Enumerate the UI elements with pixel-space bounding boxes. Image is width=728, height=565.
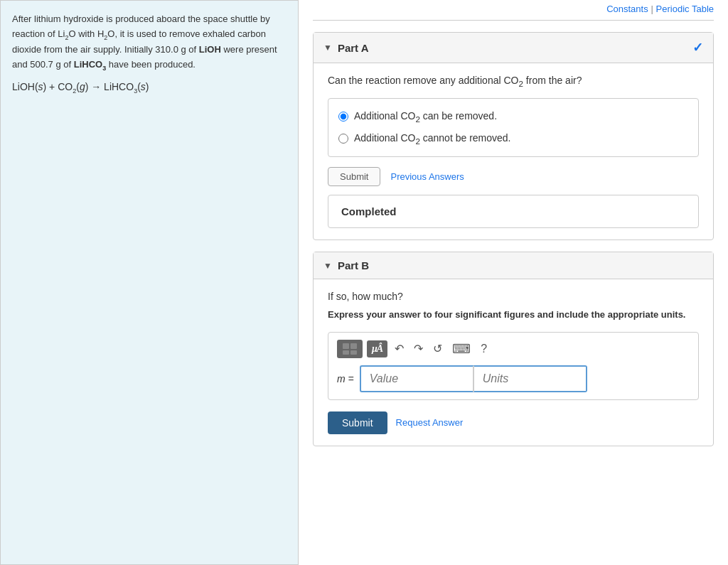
part-b-chevron: ▼ [323,261,332,271]
part-a-body: Can the reaction remove any additional C… [314,63,713,240]
refresh-button[interactable]: ↺ [430,340,445,357]
part-b-instruction: Express your answer to four significant … [328,308,699,322]
option2-label: Additional CO2 cannot be removed. [354,132,511,146]
svg-rect-2 [343,350,349,355]
separator: | [651,4,656,14]
svg-rect-1 [350,343,357,349]
part-a-action-row: Submit Previous Answers [328,167,699,186]
request-answer-link[interactable]: Request Answer [396,417,464,428]
part-a-submit-button[interactable]: Submit [328,167,380,186]
option-row-1: Additional CO2 can be removed. [338,106,688,128]
part-a-checkmark: ✓ [692,40,703,55]
right-panel: Constants | Periodic Table ▼ Part A ✓ Ca… [299,0,728,565]
part-a-header[interactable]: ▼ Part A ✓ [314,33,713,63]
part-b-question: If so, how much? [328,291,699,302]
keyboard-button[interactable]: ⌨ [449,340,473,358]
constants-link[interactable]: Constants [606,4,648,14]
svg-rect-0 [343,343,349,349]
part-b-action-row: Submit Request Answer [328,411,699,434]
math-toolbar: μÂ ↶ ↷ ↺ ⌨ ? [337,340,690,358]
periodic-table-link[interactable]: Periodic Table [656,4,714,14]
math-input-container: μÂ ↶ ↷ ↺ ⌨ ? m = [328,332,699,400]
value-input[interactable] [360,365,473,392]
part-a-prev-answers-link[interactable]: Previous Answers [390,171,464,182]
part-b-title: Part B [338,259,369,271]
top-bar: Constants | Periodic Table [313,0,714,21]
help-button[interactable]: ? [478,341,490,357]
redo-button[interactable]: ↷ [411,340,426,357]
problem-description: After lithium hydroxide is produced aboa… [0,0,299,565]
part-b-body: If so, how much? Express your answer to … [314,279,713,446]
undo-button[interactable]: ↶ [392,340,407,357]
part-b-submit-button[interactable]: Submit [328,411,387,434]
units-input[interactable] [473,365,587,392]
option1-label: Additional CO2 can be removed. [354,110,497,124]
option1-radio[interactable] [338,112,348,122]
part-b-header[interactable]: ▼ Part B [314,252,713,279]
math-label: m = [337,373,354,384]
part-b-section: ▼ Part B If so, how much? Express your a… [313,252,714,446]
part-a-options: Additional CO2 can be removed. Additiona… [328,98,699,158]
math-input-row: m = [337,365,690,392]
option-row-2: Additional CO2 cannot be removed. [338,128,688,150]
template-button[interactable] [337,340,363,358]
option2-radio[interactable] [338,134,348,144]
svg-rect-3 [350,350,357,355]
part-a-section: ▼ Part A ✓ Can the reaction remove any a… [313,32,714,240]
part-a-question: Can the reaction remove any additional C… [328,75,699,88]
completed-box: Completed [328,195,699,228]
part-a-title: Part A [338,42,369,54]
text-format-button[interactable]: μÂ [367,340,387,357]
part-a-chevron: ▼ [323,43,332,53]
